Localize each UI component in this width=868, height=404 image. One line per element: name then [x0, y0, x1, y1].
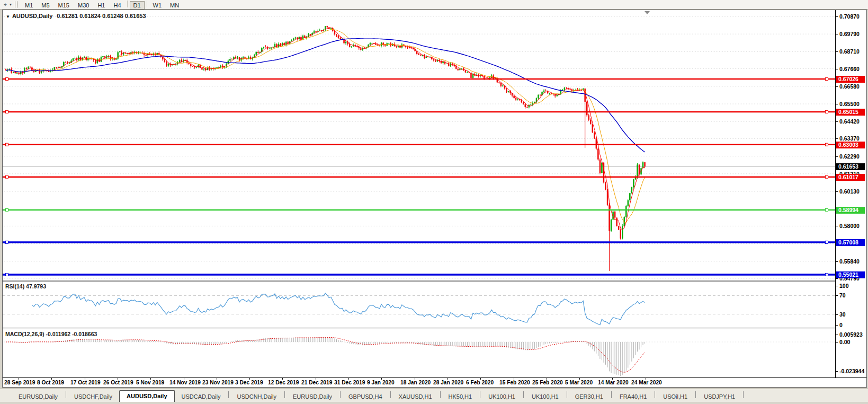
line-handle[interactable] — [6, 273, 8, 276]
axis-tick — [836, 51, 838, 52]
axis-tick — [836, 121, 838, 122]
axis-tick — [836, 86, 838, 87]
line-handle[interactable] — [6, 175, 8, 178]
price-tick-label: 0.65500 — [839, 101, 860, 107]
chart-tab-audusd-daily[interactable]: AUDUSD,Daily — [119, 390, 174, 402]
axis-tick — [836, 278, 838, 279]
axis-tick — [836, 342, 838, 342]
chart-tab-usoil-h1[interactable]: USOil,H1 — [656, 392, 694, 402]
chart-ohlc-values: 0.61281 0.61824 0.61248 0.61653 — [57, 13, 146, 19]
chart-tab-hk50-h1[interactable]: HK50,H1 — [442, 392, 479, 402]
toolbar-grip[interactable] — [15, 1, 17, 8]
price-tick-label: 0.64420 — [839, 118, 860, 125]
chevron-down-icon[interactable]: ▾ — [10, 2, 12, 7]
date-label: 9 Jan 2020 — [367, 380, 395, 385]
axis-tick — [836, 191, 838, 192]
timeframe-button-h4[interactable]: H4 — [110, 1, 124, 10]
line-handle[interactable] — [826, 78, 828, 81]
timeframe-button-d1[interactable]: D1 — [130, 1, 145, 10]
price-tick-label: 0.58000 — [839, 223, 860, 229]
rsi-tick-label: 70 — [839, 292, 846, 298]
timeframe-button-m5[interactable]: M5 — [38, 1, 53, 10]
chart-tab-eurusd-daily[interactable]: EURUSD,Daily — [286, 392, 339, 402]
line-handle[interactable] — [6, 241, 8, 243]
date-label: 26 Oct 2019 — [103, 380, 133, 385]
price-tick-label: 0.69790 — [839, 31, 860, 37]
top-toolbar: ⌖ ▾ M1M5M15M30H1H4D1W1MN — [0, 0, 868, 10]
date-label: 25 Feb 2020 — [532, 380, 563, 385]
line-handle[interactable] — [826, 273, 828, 276]
tab-separator — [695, 391, 696, 398]
price-tick-label: 0.62290 — [839, 153, 860, 160]
macd-label: MACD(12,26,9) -0.011962 -0.018663 — [5, 331, 97, 337]
toolbar-separator — [147, 1, 147, 7]
line-handle[interactable] — [826, 110, 828, 113]
chart-tab-uk100-h1[interactable]: UK100,H1 — [481, 392, 522, 402]
axis-tick — [836, 325, 838, 326]
macd-tick-label: 0.005923 — [839, 331, 863, 338]
tab-separator — [480, 391, 480, 398]
timeframe-button-h1[interactable]: H1 — [94, 1, 109, 10]
axis-tick — [836, 138, 838, 139]
chart-tab-usdcnh-daily[interactable]: USDCNH,Daily — [230, 392, 283, 402]
price-axis[interactable]: 0.708700.697900.687100.676600.665800.655… — [835, 10, 866, 377]
price-level-badge: 0.65015 — [836, 109, 865, 116]
price-tick-label: 0.67660 — [839, 66, 860, 72]
axis-tick — [836, 226, 838, 226]
date-label: 14 Nov 2019 — [169, 380, 201, 385]
line-handle[interactable] — [826, 175, 828, 178]
chart-tab-fra40-h1[interactable]: FRA40,H1 — [613, 392, 654, 402]
chart-tab-xauusd-h1[interactable]: XAUUSD,H1 — [392, 392, 439, 402]
tab-separator — [440, 391, 441, 398]
line-handle[interactable] — [6, 78, 8, 81]
chart-tab-usdchf-daily[interactable]: USDCHF,Daily — [67, 392, 119, 402]
tab-separator — [611, 391, 612, 398]
date-label: 21 Dec 2019 — [301, 380, 332, 385]
chart-title: ▼AUDUSD,Daily0.61281 0.61824 0.61248 0.6… — [6, 13, 146, 19]
date-axis[interactable]: 28 Sep 20198 Oct 201917 Oct 201926 Oct 2… — [3, 377, 866, 387]
line-handle[interactable] — [6, 208, 8, 211]
timeframe-button-mn[interactable]: MN — [166, 1, 183, 10]
timeframe-button-m30[interactable]: M30 — [74, 1, 93, 10]
tab-separator — [390, 391, 391, 398]
price-tick-label: 0.68710 — [839, 48, 860, 55]
axis-tick — [836, 104, 838, 104]
line-handle[interactable] — [826, 241, 828, 243]
timeframe-button-m1[interactable]: M1 — [21, 1, 37, 10]
macd-indicator-pane[interactable] — [3, 329, 835, 377]
chart-window: ▼AUDUSD,Daily0.61281 0.61824 0.61248 0.6… — [2, 10, 867, 388]
line-handle[interactable] — [826, 208, 828, 211]
chart-tab-ger30-h1[interactable]: GER30,H1 — [568, 392, 610, 402]
rsi-indicator-pane[interactable] — [3, 282, 835, 328]
axis-tick — [836, 286, 838, 286]
macd-tick-label: -0.023944 — [839, 368, 864, 374]
axis-tick — [836, 16, 838, 17]
price-level-badge: 0.58994 — [836, 207, 865, 214]
collapse-triangle-icon[interactable]: ▼ — [6, 14, 10, 19]
chart-shift-marker-icon[interactable] — [645, 11, 650, 14]
macd-tick-label: 0.00 — [839, 339, 850, 345]
line-handle[interactable] — [6, 143, 8, 146]
crosshair-tool-icon[interactable]: ⌖ — [2, 1, 9, 8]
timeframe-button-group: M1M5M15M30H1H4D1W1MN — [21, 0, 183, 10]
line-handle[interactable] — [826, 143, 828, 146]
chart-tab-usdjpy-h1[interactable]: USDJPY,H1 — [697, 392, 742, 402]
timeframe-button-w1[interactable]: W1 — [149, 1, 166, 10]
axis-tick — [836, 69, 838, 69]
price-chart-pane[interactable] — [3, 10, 835, 280]
line-handle[interactable] — [6, 110, 8, 113]
chart-tab-usdcad-daily[interactable]: USDCAD,Daily — [175, 392, 228, 402]
rsi-tick-label: 100 — [839, 283, 849, 289]
date-label: 18 Jan 2020 — [400, 380, 431, 385]
current-price-badge: 0.61653 — [836, 163, 865, 170]
tab-separator — [340, 391, 341, 398]
macd-histogram — [6, 337, 645, 376]
chart-tab-eurusd-daily[interactable]: EURUSD,Daily — [12, 392, 65, 402]
mt4-app: ⌖ ▾ M1M5M15M30H1H4D1W1MN ▼AUDUSD,Daily0.… — [0, 0, 868, 404]
candlestick-series — [5, 26, 646, 271]
chart-tab-uk100-h1[interactable]: UK100,H1 — [525, 392, 566, 402]
chart-tab-gbpusd-h4[interactable]: GBPUSD,H4 — [342, 392, 389, 402]
tab-separator — [66, 391, 66, 398]
timeframe-button-m15[interactable]: M15 — [55, 1, 73, 10]
price-level-badge: 0.57008 — [836, 239, 865, 246]
